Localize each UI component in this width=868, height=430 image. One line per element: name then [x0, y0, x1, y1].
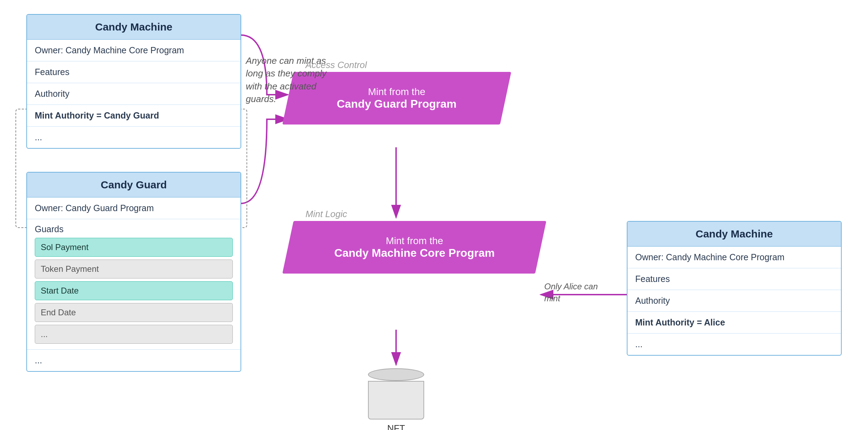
top-para-line1: Mint from the — [337, 86, 456, 98]
cg-footer: ... — [27, 350, 241, 371]
bottom-para-line2: Candy Machine Core Program — [334, 247, 495, 260]
guard-section: Guards Sol Payment Token Payment Start D… — [27, 219, 241, 350]
rcm-row-owner: Owner: Candy Machine Core Program — [627, 247, 841, 268]
top-para-line2: Candy Guard Program — [337, 98, 456, 110]
guard-token-payment: Token Payment — [35, 260, 233, 278]
cylinder-top — [368, 368, 424, 381]
top-parallelogram-inner: Mint from the Candy Guard Program — [326, 79, 467, 117]
bottom-parallelogram: Mint from the Candy Machine Core Program — [282, 221, 546, 274]
cm-row-ellipsis: ... — [27, 127, 241, 148]
guard-start-date: Start Date — [35, 281, 233, 300]
guard-ellipsis: ... — [35, 325, 233, 344]
diagram: Candy Machine Owner: Candy Machine Core … — [0, 0, 868, 430]
bottom-parallelogram-inner: Mint from the Candy Machine Core Program — [324, 228, 505, 267]
bottom-para-line1: Mint from the — [334, 235, 495, 247]
label-mint-logic: Mint Logic — [305, 209, 347, 220]
left-candy-machine-header: Candy Machine — [27, 15, 241, 40]
candy-guard-header: Candy Guard — [27, 173, 241, 197]
rcm-row-ellipsis: ... — [627, 334, 841, 355]
cm-row-features: Features — [27, 61, 241, 83]
cg-row-owner: Owner: Candy Guard Program — [27, 197, 241, 219]
rcm-row-authority: Authority — [627, 290, 841, 312]
right-candy-machine-card: Candy Machine Owner: Candy Machine Core … — [627, 221, 842, 356]
rcm-row-features: Features — [627, 268, 841, 290]
candy-guard-card: Candy Guard Owner: Candy Guard Program G… — [26, 172, 241, 372]
cm-row-authority: Authority — [27, 83, 241, 105]
left-candy-machine-card: Candy Machine Owner: Candy Machine Core … — [26, 14, 241, 149]
nft-label: NFT — [368, 423, 424, 430]
cylinder-body — [368, 381, 424, 419]
label-access-control: Access Control — [305, 60, 367, 70]
cm-row-mint-authority: Mint Authority = Candy Guard — [27, 105, 241, 127]
nft-cylinder: NFT — [368, 368, 424, 430]
cm-row-owner: Owner: Candy Machine Core Program — [27, 40, 241, 61]
guard-sol-payment: Sol Payment — [35, 238, 233, 257]
guard-end-date: End Date — [35, 303, 233, 322]
rcm-row-mint-authority: Mint Authority = Alice — [627, 312, 841, 334]
annotation-only-alice: Only Alice can mint — [544, 281, 614, 304]
right-candy-machine-header: Candy Machine — [627, 222, 841, 247]
guards-label: Guards — [35, 224, 233, 234]
